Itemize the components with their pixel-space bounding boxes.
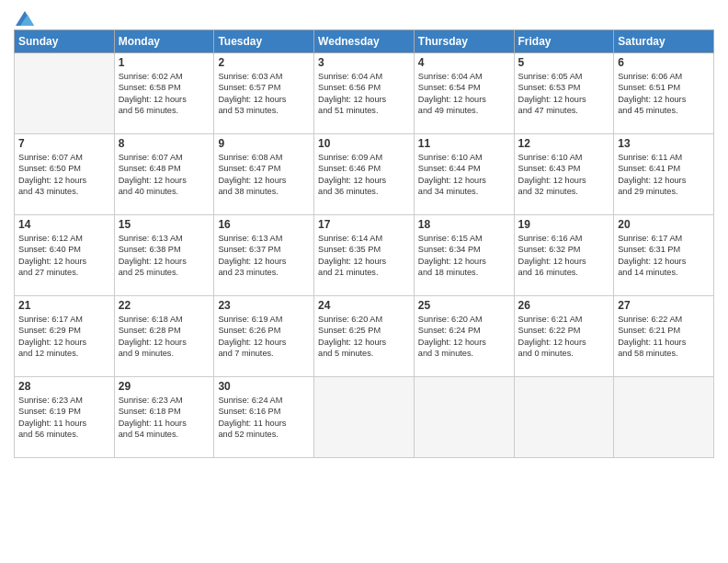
day-info: Sunrise: 6:13 AMSunset: 6:37 PMDaylight:… bbox=[218, 233, 310, 279]
day-info: Sunrise: 6:23 AMSunset: 6:18 PMDaylight:… bbox=[119, 395, 210, 441]
day-info: Sunrise: 6:24 AMSunset: 6:16 PMDaylight:… bbox=[218, 395, 310, 441]
calendar-cell: 9Sunrise: 6:08 AMSunset: 6:47 PMDaylight… bbox=[214, 134, 314, 215]
day-number: 25 bbox=[418, 299, 510, 312]
day-number: 15 bbox=[119, 218, 210, 231]
calendar-cell: 5Sunrise: 6:05 AMSunset: 6:53 PMDaylight… bbox=[514, 53, 614, 134]
day-number: 29 bbox=[119, 380, 210, 393]
day-info: Sunrise: 6:03 AMSunset: 6:57 PMDaylight:… bbox=[218, 71, 310, 117]
day-number: 18 bbox=[418, 218, 510, 231]
calendar-cell: 8Sunrise: 6:07 AMSunset: 6:48 PMDaylight… bbox=[114, 134, 214, 215]
header-row: SundayMondayTuesdayWednesdayThursdayFrid… bbox=[15, 30, 714, 53]
day-number: 6 bbox=[618, 56, 710, 69]
day-number: 11 bbox=[418, 137, 510, 150]
day-info: Sunrise: 6:11 AMSunset: 6:41 PMDaylight:… bbox=[618, 152, 710, 198]
day-number: 30 bbox=[218, 380, 310, 393]
calendar-cell: 24Sunrise: 6:20 AMSunset: 6:25 PMDayligh… bbox=[314, 296, 415, 377]
calendar-cell bbox=[314, 377, 415, 458]
day-info: Sunrise: 6:07 AMSunset: 6:50 PMDaylight:… bbox=[18, 152, 110, 198]
calendar-cell bbox=[514, 377, 614, 458]
day-info: Sunrise: 6:21 AMSunset: 6:22 PMDaylight:… bbox=[518, 314, 610, 360]
day-info: Sunrise: 6:09 AMSunset: 6:46 PMDaylight:… bbox=[318, 152, 410, 198]
calendar-cell: 2Sunrise: 6:03 AMSunset: 6:57 PMDaylight… bbox=[214, 53, 314, 134]
day-number: 2 bbox=[218, 56, 310, 69]
day-number: 22 bbox=[119, 299, 210, 312]
day-info: Sunrise: 6:12 AMSunset: 6:40 PMDaylight:… bbox=[18, 233, 110, 279]
calendar-cell: 17Sunrise: 6:14 AMSunset: 6:35 PMDayligh… bbox=[314, 215, 415, 296]
day-number: 5 bbox=[518, 56, 610, 69]
calendar-cell: 4Sunrise: 6:04 AMSunset: 6:54 PMDaylight… bbox=[414, 53, 514, 134]
day-number: 3 bbox=[318, 56, 410, 69]
day-number: 9 bbox=[218, 137, 310, 150]
day-info: Sunrise: 6:10 AMSunset: 6:44 PMDaylight:… bbox=[418, 152, 510, 198]
calendar-cell: 14Sunrise: 6:12 AMSunset: 6:40 PMDayligh… bbox=[15, 215, 115, 296]
calendar-table: SundayMondayTuesdayWednesdayThursdayFrid… bbox=[14, 29, 714, 458]
day-info: Sunrise: 6:22 AMSunset: 6:21 PMDaylight:… bbox=[618, 314, 710, 360]
day-number: 24 bbox=[318, 299, 410, 312]
day-number: 16 bbox=[218, 218, 310, 231]
header-cell-wednesday: Wednesday bbox=[314, 30, 415, 53]
calendar-cell: 16Sunrise: 6:13 AMSunset: 6:37 PMDayligh… bbox=[214, 215, 314, 296]
day-number: 28 bbox=[18, 380, 110, 393]
day-number: 8 bbox=[119, 137, 210, 150]
calendar-cell: 25Sunrise: 6:20 AMSunset: 6:24 PMDayligh… bbox=[414, 296, 514, 377]
calendar-cell: 1Sunrise: 6:02 AMSunset: 6:58 PMDaylight… bbox=[114, 53, 214, 134]
calendar-cell: 10Sunrise: 6:09 AMSunset: 6:46 PMDayligh… bbox=[314, 134, 415, 215]
day-info: Sunrise: 6:19 AMSunset: 6:26 PMDaylight:… bbox=[218, 314, 310, 360]
calendar-week-4: 21Sunrise: 6:17 AMSunset: 6:29 PMDayligh… bbox=[15, 296, 714, 377]
logo bbox=[14, 13, 34, 24]
day-number: 7 bbox=[18, 137, 110, 150]
calendar-cell: 22Sunrise: 6:18 AMSunset: 6:28 PMDayligh… bbox=[114, 296, 214, 377]
day-info: Sunrise: 6:18 AMSunset: 6:28 PMDaylight:… bbox=[119, 314, 210, 360]
calendar-cell: 18Sunrise: 6:15 AMSunset: 6:34 PMDayligh… bbox=[414, 215, 514, 296]
day-number: 14 bbox=[18, 218, 110, 231]
calendar-cell: 11Sunrise: 6:10 AMSunset: 6:44 PMDayligh… bbox=[414, 134, 514, 215]
calendar-cell: 7Sunrise: 6:07 AMSunset: 6:50 PMDaylight… bbox=[15, 134, 115, 215]
calendar-cell: 27Sunrise: 6:22 AMSunset: 6:21 PMDayligh… bbox=[614, 296, 714, 377]
day-info: Sunrise: 6:20 AMSunset: 6:25 PMDaylight:… bbox=[318, 314, 410, 360]
day-number: 13 bbox=[618, 137, 710, 150]
calendar-body: 1Sunrise: 6:02 AMSunset: 6:58 PMDaylight… bbox=[15, 53, 714, 458]
header-cell-tuesday: Tuesday bbox=[214, 30, 314, 53]
calendar-cell bbox=[614, 377, 714, 458]
calendar-cell: 29Sunrise: 6:23 AMSunset: 6:18 PMDayligh… bbox=[114, 377, 214, 458]
day-info: Sunrise: 6:23 AMSunset: 6:19 PMDaylight:… bbox=[18, 395, 110, 441]
day-number: 12 bbox=[518, 137, 610, 150]
calendar-week-3: 14Sunrise: 6:12 AMSunset: 6:40 PMDayligh… bbox=[15, 215, 714, 296]
calendar-cell: 21Sunrise: 6:17 AMSunset: 6:29 PMDayligh… bbox=[15, 296, 115, 377]
day-info: Sunrise: 6:02 AMSunset: 6:58 PMDaylight:… bbox=[119, 71, 210, 117]
logo-icon bbox=[16, 11, 34, 26]
day-number: 19 bbox=[518, 218, 610, 231]
calendar-cell: 26Sunrise: 6:21 AMSunset: 6:22 PMDayligh… bbox=[514, 296, 614, 377]
day-info: Sunrise: 6:15 AMSunset: 6:34 PMDaylight:… bbox=[418, 233, 510, 279]
calendar-cell: 30Sunrise: 6:24 AMSunset: 6:16 PMDayligh… bbox=[214, 377, 314, 458]
day-number: 17 bbox=[318, 218, 410, 231]
header-cell-saturday: Saturday bbox=[614, 30, 714, 53]
calendar-cell: 15Sunrise: 6:13 AMSunset: 6:38 PMDayligh… bbox=[114, 215, 214, 296]
calendar-cell: 3Sunrise: 6:04 AMSunset: 6:56 PMDaylight… bbox=[314, 53, 415, 134]
header-cell-thursday: Thursday bbox=[414, 30, 514, 53]
calendar-cell: 19Sunrise: 6:16 AMSunset: 6:32 PMDayligh… bbox=[514, 215, 614, 296]
day-info: Sunrise: 6:06 AMSunset: 6:51 PMDaylight:… bbox=[618, 71, 710, 117]
calendar-cell bbox=[15, 53, 115, 134]
day-info: Sunrise: 6:07 AMSunset: 6:48 PMDaylight:… bbox=[119, 152, 210, 198]
day-info: Sunrise: 6:20 AMSunset: 6:24 PMDaylight:… bbox=[418, 314, 510, 360]
calendar-cell: 23Sunrise: 6:19 AMSunset: 6:26 PMDayligh… bbox=[214, 296, 314, 377]
header-cell-monday: Monday bbox=[114, 30, 214, 53]
calendar-cell bbox=[414, 377, 514, 458]
calendar-cell: 28Sunrise: 6:23 AMSunset: 6:19 PMDayligh… bbox=[15, 377, 115, 458]
day-info: Sunrise: 6:14 AMSunset: 6:35 PMDaylight:… bbox=[318, 233, 410, 279]
day-info: Sunrise: 6:13 AMSunset: 6:38 PMDaylight:… bbox=[119, 233, 210, 279]
day-info: Sunrise: 6:04 AMSunset: 6:54 PMDaylight:… bbox=[418, 71, 510, 117]
page-container: SundayMondayTuesdayWednesdayThursdayFrid… bbox=[0, 0, 728, 467]
header-cell-friday: Friday bbox=[514, 30, 614, 53]
day-info: Sunrise: 6:17 AMSunset: 6:29 PMDaylight:… bbox=[18, 314, 110, 360]
day-number: 21 bbox=[18, 299, 110, 312]
day-number: 23 bbox=[218, 299, 310, 312]
calendar-cell: 20Sunrise: 6:17 AMSunset: 6:31 PMDayligh… bbox=[614, 215, 714, 296]
day-number: 20 bbox=[618, 218, 710, 231]
day-info: Sunrise: 6:10 AMSunset: 6:43 PMDaylight:… bbox=[518, 152, 610, 198]
calendar-header: SundayMondayTuesdayWednesdayThursdayFrid… bbox=[15, 30, 714, 53]
calendar-week-1: 1Sunrise: 6:02 AMSunset: 6:58 PMDaylight… bbox=[15, 53, 714, 134]
calendar-week-5: 28Sunrise: 6:23 AMSunset: 6:19 PMDayligh… bbox=[15, 377, 714, 458]
calendar-week-2: 7Sunrise: 6:07 AMSunset: 6:50 PMDaylight… bbox=[15, 134, 714, 215]
